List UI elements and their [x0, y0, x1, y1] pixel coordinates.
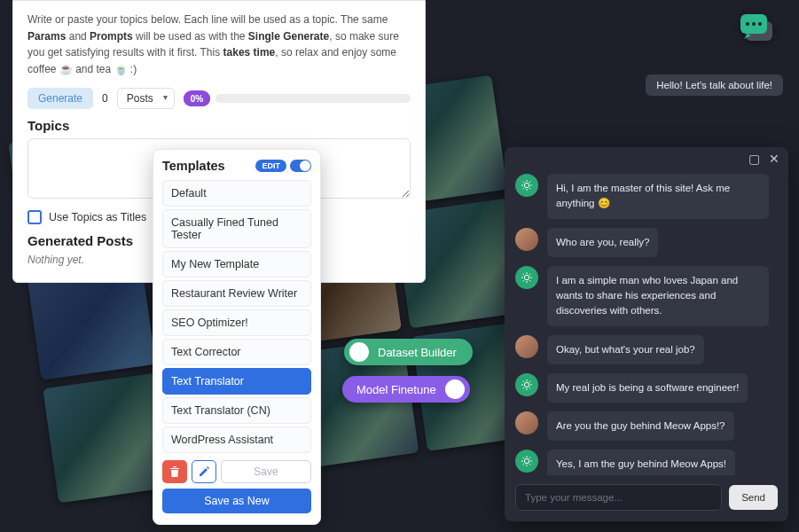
dataset-builder-label: Dataset Builder: [378, 346, 457, 359]
chat-messages-list[interactable]: Hi, I am the master of this site! Ask me…: [505, 170, 788, 475]
chat-message: My real job is being a software engineer…: [515, 373, 778, 403]
template-item[interactable]: Restaurant Review Writer: [162, 280, 311, 307]
chat-message: I am a simple man who loves Japan and wa…: [515, 266, 778, 326]
chat-send-button[interactable]: Send: [729, 485, 778, 510]
chat-message: Yes, I am the guy behind Meow Apps!: [515, 450, 778, 475]
chat-window: ▢ ✕ Hi, I am the master of this site! As…: [505, 147, 788, 521]
model-finetune-pill[interactable]: Model Finetune: [342, 376, 470, 403]
progress-track: [215, 94, 411, 103]
pill-dot-icon: [349, 342, 369, 362]
chat-message: Are you the guy behind Meow Apps!?: [515, 411, 778, 441]
use-topics-label: Use Topics as Titles: [49, 211, 146, 223]
chat-message: Okay, but what's your real job?: [515, 335, 778, 364]
chat-brand-icon[interactable]: [739, 12, 778, 51]
pencil-icon: [198, 466, 210, 478]
trash-icon: [169, 466, 180, 478]
pill-dot-icon: [445, 379, 465, 399]
topics-heading: Topics: [27, 118, 411, 133]
message-text: Who are you, really?: [547, 228, 658, 257]
save-template-button[interactable]: Save: [221, 460, 311, 483]
message-text: I am a simple man who loves Japan and wa…: [547, 266, 769, 326]
message-text: Yes, I am the guy behind Meow Apps!: [547, 450, 735, 475]
user-avatar-icon: [515, 411, 538, 434]
progress-indicator: 0%: [184, 90, 210, 106]
message-text: Hi, I am the master of this site! Ask me…: [547, 174, 769, 219]
model-finetune-label: Model Finetune: [356, 383, 436, 396]
toggle-switch-icon[interactable]: [290, 160, 311, 172]
edit-toggle[interactable]: EDIT: [255, 160, 311, 172]
intro-text: Write or paste your topics below. Each l…: [27, 12, 411, 77]
chat-composer: Send: [505, 475, 788, 521]
template-item[interactable]: Text Corrector: [162, 339, 311, 365]
ai-avatar-icon: [515, 266, 538, 289]
template-item[interactable]: Text Translator (CN): [162, 397, 311, 424]
controls-row: Generate 0 Posts 0%: [27, 88, 411, 109]
template-item[interactable]: Text Translator: [162, 368, 311, 395]
template-item[interactable]: My New Template: [162, 251, 311, 278]
message-text: Okay, but what's your real job?: [547, 335, 704, 364]
svg-point-4: [758, 22, 762, 26]
svg-point-7: [524, 382, 529, 387]
chat-message: Hi, I am the master of this site! Ask me…: [515, 174, 778, 219]
templates-popover: Templates EDIT DefaultCasually Fined Tun…: [153, 149, 321, 525]
template-item[interactable]: Casually Fined Tuned Tester: [162, 209, 311, 248]
chat-maximize-icon[interactable]: ▢: [748, 153, 760, 165]
svg-point-6: [524, 275, 529, 279]
dataset-builder-pill[interactable]: Dataset Builder: [344, 339, 473, 365]
templates-title: Templates: [162, 159, 225, 173]
save-as-new-button[interactable]: Save as New: [162, 489, 311, 513]
user-avatar-icon: [515, 228, 538, 251]
message-text: My real job is being a software engineer…: [547, 373, 748, 403]
generate-button[interactable]: Generate: [27, 88, 93, 109]
use-topics-checkbox[interactable]: [27, 210, 42, 224]
svg-point-8: [524, 459, 529, 464]
chat-close-icon[interactable]: ✕: [769, 153, 779, 165]
svg-point-3: [752, 22, 756, 26]
ai-avatar-icon: [515, 450, 538, 473]
edit-badge: EDIT: [255, 160, 286, 172]
delete-template-button[interactable]: [162, 460, 187, 483]
svg-point-5: [524, 183, 529, 187]
template-item[interactable]: SEO Optimizer!: [162, 309, 311, 336]
post-type-select[interactable]: Posts: [117, 88, 175, 109]
edit-template-button[interactable]: [192, 460, 216, 483]
template-item[interactable]: Default: [162, 180, 311, 207]
chat-input[interactable]: [515, 484, 722, 511]
user-avatar-icon: [515, 335, 538, 358]
message-text: Are you the guy behind Meow Apps!?: [547, 411, 734, 441]
count-value: 0: [102, 92, 108, 105]
greeting-bubble: Hello! Let's talk about life!: [646, 74, 783, 96]
chat-message: Who are you, really?: [515, 228, 778, 257]
templates-list: DefaultCasually Fined Tuned TesterMy New…: [162, 180, 311, 453]
svg-point-2: [746, 22, 749, 26]
ai-avatar-icon: [515, 373, 538, 396]
ai-avatar-icon: [515, 174, 538, 197]
progress-percent: 0%: [184, 91, 210, 106]
template-item[interactable]: WordPress Assistant: [162, 426, 311, 453]
